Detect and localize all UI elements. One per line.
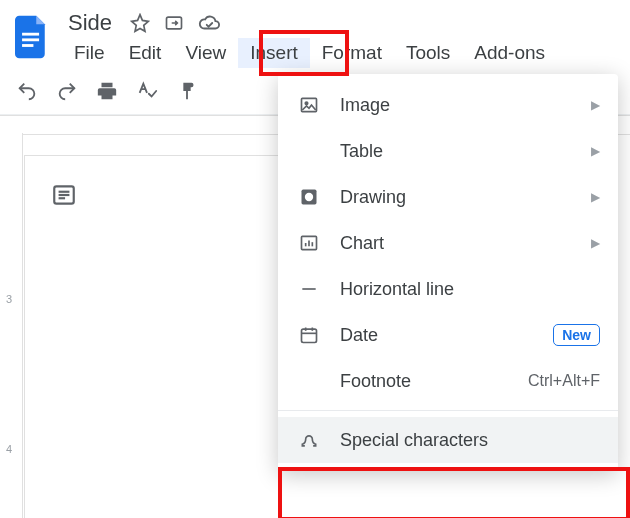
move-icon[interactable] — [164, 13, 184, 33]
star-icon[interactable] — [130, 13, 150, 33]
menu-item-label: Special characters — [322, 430, 600, 451]
print-button[interactable] — [94, 78, 120, 104]
chevron-right-icon: ▶ — [591, 144, 600, 158]
menu-item-label: Chart — [322, 233, 591, 254]
header: Side File Edit View Insert Format Tools … — [0, 0, 630, 68]
ruler-tick: 3 — [6, 293, 12, 305]
svg-rect-1 — [22, 38, 39, 41]
chevron-right-icon: ▶ — [591, 236, 600, 250]
chevron-right-icon: ▶ — [591, 98, 600, 112]
menu-item-table[interactable]: Table ▶ — [278, 128, 618, 174]
omega-icon — [296, 430, 322, 450]
menu-item-label: Horizontal line — [322, 279, 600, 300]
svg-point-11 — [305, 193, 313, 201]
docs-logo[interactable] — [10, 9, 54, 65]
svg-rect-17 — [302, 329, 317, 342]
redo-button[interactable] — [54, 78, 80, 104]
menu-addons[interactable]: Add-ons — [462, 38, 557, 68]
menu-edit[interactable]: Edit — [117, 38, 174, 68]
menu-separator — [278, 410, 618, 411]
menu-item-label: Drawing — [322, 187, 591, 208]
menu-item-drawing[interactable]: Drawing ▶ — [278, 174, 618, 220]
menu-item-footnote[interactable]: Footnote Ctrl+Alt+F — [278, 358, 618, 404]
menu-item-label: Date — [322, 325, 553, 346]
menu-tools[interactable]: Tools — [394, 38, 462, 68]
menu-item-chart[interactable]: Chart ▶ — [278, 220, 618, 266]
menu-item-label: Image — [322, 95, 591, 116]
calendar-icon — [296, 325, 322, 345]
menu-insert[interactable]: Insert — [238, 38, 310, 68]
new-badge: New — [553, 324, 600, 346]
menu-item-horizontal-line[interactable]: Horizontal line — [278, 266, 618, 312]
spellcheck-button[interactable] — [134, 78, 160, 104]
keyboard-shortcut: Ctrl+Alt+F — [528, 372, 600, 390]
svg-rect-0 — [22, 33, 39, 36]
vertical-ruler[interactable]: 3 4 — [0, 133, 23, 518]
document-title[interactable]: Side — [68, 10, 112, 36]
menu-format[interactable]: Format — [310, 38, 394, 68]
ruler-tick: 4 — [6, 443, 12, 455]
insert-menu-dropdown: Image ▶ Table ▶ Drawing ▶ Chart ▶ Horizo… — [278, 74, 618, 471]
menu-item-special-characters[interactable]: Special characters — [278, 417, 618, 463]
menu-item-label: Footnote — [322, 371, 528, 392]
menu-item-image[interactable]: Image ▶ — [278, 82, 618, 128]
menubar: File Edit View Insert Format Tools Add-o… — [54, 38, 630, 68]
drawing-icon — [296, 187, 322, 207]
svg-rect-2 — [22, 44, 33, 47]
paint-format-button[interactable] — [174, 78, 200, 104]
cloud-status-icon[interactable] — [198, 13, 220, 33]
menu-file[interactable]: File — [62, 38, 117, 68]
svg-point-9 — [305, 102, 308, 105]
image-icon — [296, 95, 322, 115]
docs-icon — [15, 15, 49, 59]
menu-item-date[interactable]: Date New — [278, 312, 618, 358]
chevron-right-icon: ▶ — [591, 190, 600, 204]
menu-view[interactable]: View — [173, 38, 238, 68]
menu-item-label: Table — [322, 141, 591, 162]
outline-toggle[interactable] — [44, 175, 84, 215]
horizontal-line-icon — [296, 279, 322, 299]
undo-button[interactable] — [14, 78, 40, 104]
chart-icon — [296, 233, 322, 253]
